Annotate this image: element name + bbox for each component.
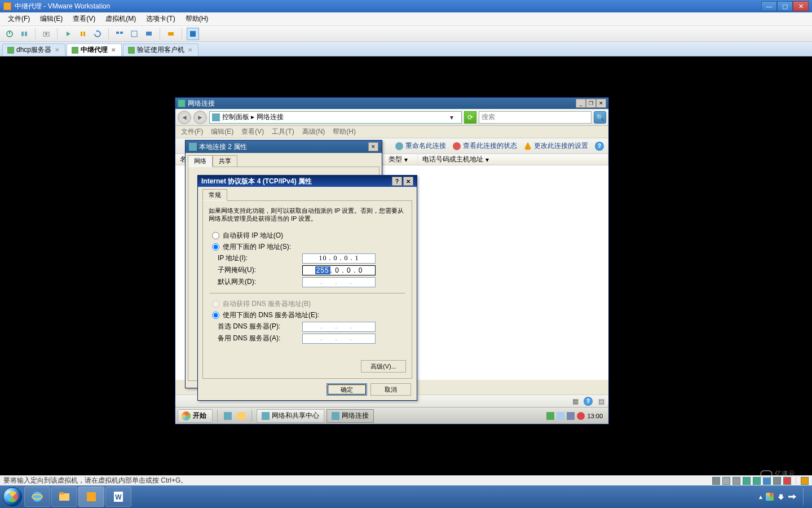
change-icon [524,142,532,150]
svg-rect-7 [81,32,82,36]
dlg2-help-button[interactable]: ? [392,177,402,186]
advanced-button[interactable]: 高级(V)... [361,360,406,373]
network-center-icon [262,412,270,420]
tab-general[interactable]: 常规 [202,189,227,201]
dlg1-close-button[interactable]: ✕ [368,142,378,151]
tab-network[interactable]: 网络 [188,155,213,167]
host-vmware-icon[interactable] [78,487,104,507]
tab-close-icon[interactable]: ✕ [187,47,193,54]
tab-close-icon[interactable]: ✕ [54,47,60,54]
exp-menu-advanced[interactable]: 高级(N) [299,126,329,138]
host-word-icon[interactable]: W [105,487,131,507]
exp-menu-tools[interactable]: 工具(T) [268,126,297,138]
vm-tab-client[interactable]: 验证使用客户机 ✕ [123,43,198,56]
nav-forward-icon[interactable]: ► [193,111,207,124]
menu-file[interactable]: 文件(F) [3,12,34,25]
tb-reset-icon[interactable] [91,28,104,40]
vm-viewport[interactable]: 网络连接 _ ❐ ✕ ◄ ► 控制面板 ▸ 网络连接 ▾ ⟳ [0,56,812,475]
address-bar[interactable]: 控制面板 ▸ 网络连接 ▾ [209,111,462,124]
show-desktop-button[interactable] [803,488,806,505]
tab-close-icon[interactable]: ✕ [110,47,117,54]
vm-tab-relay[interactable]: 中继代理 ✕ [67,43,122,56]
guest-restore-button[interactable]: ❐ [586,99,596,108]
col-phone[interactable]: 电话号码或主机地址▾ [418,155,608,164]
exp-menu-file[interactable]: 文件(F) [178,126,206,138]
exp-menu-edit[interactable]: 编辑(E) [208,126,237,138]
tray-expand-icon[interactable]: ▴ [759,493,762,501]
maximize-button[interactable]: ▢ [777,1,793,11]
svg-rect-13 [146,32,152,36]
vs-floppy-icon[interactable] [732,477,740,485]
chevron-down-icon[interactable]: ▾ [450,113,459,121]
cmd-status[interactable]: 查看此连接的状态 [453,141,517,151]
nav-back-icon[interactable]: ◄ [178,111,191,124]
tb-snapshot-icon[interactable] [40,28,52,40]
network-icon[interactable] [777,493,785,501]
action-center-icon[interactable] [766,493,774,501]
menu-help[interactable]: 帮助(H) [181,12,213,25]
minimize-button[interactable]: — [761,1,777,11]
host-explorer-icon[interactable] [51,487,77,507]
exp-menu-help[interactable]: 帮助(H) [329,126,359,138]
tray-shield-icon[interactable] [577,412,585,420]
vs-message-icon[interactable] [801,477,809,485]
vs-cd-icon[interactable] [722,477,730,485]
help-icon[interactable]: ? [584,397,593,406]
view-tiles-icon[interactable]: ▦ [570,396,580,406]
guest-close-button[interactable]: ✕ [596,99,606,108]
ip-address-input[interactable]: 10 . 0 . 0 . 1 [302,253,376,264]
ok-button[interactable]: 确定 [326,383,367,396]
vs-hdd-icon[interactable] [712,477,720,485]
refresh-icon[interactable]: ⟳ [464,111,476,124]
clock[interactable]: 13:00 [587,413,603,419]
cancel-button[interactable]: 取消 [370,383,411,396]
start-button[interactable]: 开始 [178,409,213,423]
host-ie-icon[interactable] [24,487,50,507]
vs-network2-icon[interactable] [753,477,761,485]
tb-pause-icon[interactable] [77,28,89,40]
tb-play-icon[interactable] [62,28,74,40]
menu-edit[interactable]: 编辑(E) [36,12,67,25]
menu-view[interactable]: 查看(V) [68,12,100,25]
subnet-mask-input[interactable]: 255 . 0 . 0 . 0 [302,265,376,275]
col-type[interactable]: 类型▾ [384,155,418,164]
tb-console-icon[interactable] [143,28,155,40]
tb-unity-icon[interactable] [128,28,140,40]
help-icon[interactable]: ? [595,142,604,151]
ql-explorer-icon[interactable] [236,410,247,422]
tray-network-icon[interactable] [557,412,564,420]
vs-network-icon[interactable] [743,477,751,485]
menu-vm[interactable]: 虚拟机(M) [101,12,140,25]
radio-manual-ip[interactable]: 使用下面的 IP 地址(S): [212,242,403,252]
gateway-input[interactable]: . . . [302,277,376,287]
tb-fullscreen-icon[interactable] [187,28,199,40]
dlg2-close-button[interactable]: ✕ [403,177,413,186]
task-network-connections[interactable]: 网络连接 [326,409,374,423]
preferred-dns-input[interactable]: . . . [302,322,376,332]
guest-minimize-button[interactable]: _ [576,99,586,108]
radio-auto-ip[interactable]: 自动获得 IP 地址(O) [212,231,403,240]
host-start-button[interactable] [1,485,24,508]
volume-icon[interactable] [788,493,796,501]
tab-share[interactable]: 共享 [213,155,237,167]
tb-power-on-icon[interactable] [3,28,16,40]
menu-tabs[interactable]: 选项卡(T) [142,12,179,25]
tray-vmware-icon[interactable] [567,412,575,420]
tb-ctrlaltdel-icon[interactable] [165,28,177,40]
radio-manual-dns[interactable]: 使用下面的 DNS 服务器地址(E): [212,310,403,320]
vm-tab-dhcp[interactable]: dhcp服务器 ✕ [2,43,65,56]
search-input[interactable]: 搜索 [479,111,592,124]
view-details-icon[interactable]: ▤ [596,396,606,406]
close-button[interactable]: ✕ [793,1,809,11]
host-taskbar: W ▴ [0,485,812,508]
task-network-center[interactable]: 网络和共享中心 [257,409,324,423]
tb-multimon-icon[interactable] [113,28,126,40]
exp-menu-view[interactable]: 查看(V) [238,126,267,138]
ql-desktop-icon[interactable] [222,410,233,422]
tb-library-icon[interactable] [18,28,30,40]
search-icon[interactable]: 🔍 [594,111,606,124]
tray-safely-remove-icon[interactable] [546,412,554,420]
cmd-rename[interactable]: 重命名此连接 [395,141,446,151]
cmd-change[interactable]: 更改此连接的设置 [524,141,588,151]
alternate-dns-input[interactable]: . . . [302,334,376,344]
